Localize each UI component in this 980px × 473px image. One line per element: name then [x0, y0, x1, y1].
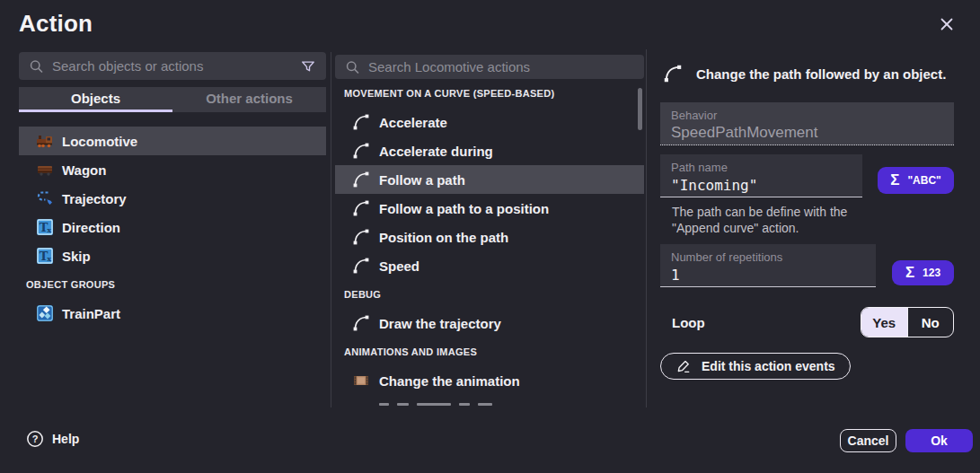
action-item-draw-the-trajectory[interactable]: Draw the trajectory — [335, 309, 644, 337]
list-item-skip[interactable]: Tx Skip — [19, 241, 326, 270]
action-item-follow-a-path[interactable]: Follow a path — [335, 165, 644, 194]
curve-icon — [352, 199, 370, 217]
path-name-input[interactable] — [671, 177, 852, 194]
page-title: Action — [19, 10, 93, 38]
action-item-label: Change the animation — [379, 373, 520, 389]
text-object-icon: Tx — [36, 247, 54, 265]
behavior-label: Behavior — [671, 109, 943, 122]
action-item-change-the-animation[interactable]: Change the animation — [335, 366, 644, 395]
list-item-locomotive[interactable]: Locomotive — [19, 127, 326, 155]
clipped-list-item — [379, 395, 644, 408]
panel-divider — [331, 52, 331, 407]
search-icon — [345, 58, 360, 76]
section-header: ANIMATIONS AND IMAGES — [335, 337, 644, 366]
search-icon — [29, 57, 44, 75]
section-header: DEBUG — [335, 280, 644, 309]
ok-button[interactable]: Ok — [905, 429, 973, 452]
cancel-button[interactable]: Cancel — [840, 429, 896, 452]
action-config-panel: Change the path followed by an object. B… — [660, 49, 954, 380]
scrollbar-thumb[interactable] — [638, 88, 642, 130]
curve-icon — [352, 314, 370, 332]
repetitions-field[interactable]: Number of repetitions — [660, 244, 876, 287]
loop-label: Loop — [672, 315, 705, 330]
svg-text:?: ? — [32, 434, 39, 444]
loop-yes-option[interactable]: Yes — [861, 308, 907, 337]
repetitions-label: Number of repetitions — [671, 250, 865, 264]
curve-icon — [663, 64, 683, 83]
help-label: Help — [52, 432, 79, 446]
actions-search-input[interactable] — [368, 59, 634, 74]
action-dialog: Action Objects Other actions Loco — [0, 0, 980, 473]
actions-panel: MOVEMENT ON A CURVE (SPEED-BASED) Accele… — [335, 55, 644, 408]
list-item-label: TrainPart — [62, 306, 120, 321]
behavior-field: Behavior SpeedPathMovement — [660, 102, 954, 145]
curve-icon — [352, 257, 370, 275]
object-group-icon — [36, 304, 54, 322]
curve-icon — [352, 113, 370, 131]
list-item-label: Locomotive — [62, 134, 137, 149]
edit-action-events-button[interactable]: Edit this action events — [660, 353, 851, 380]
text-object-icon: Tx — [36, 218, 54, 236]
list-item-trajectory[interactable]: Trajectory — [19, 184, 326, 213]
action-item-label: Position on the path — [379, 230, 508, 245]
repetitions-input[interactable] — [671, 267, 865, 284]
action-item-label: Speed — [379, 258, 419, 274]
object-groups-header: OBJECT GROUPS — [19, 270, 326, 299]
curve-icon — [352, 228, 370, 246]
list-item-trainpart[interactable]: TrainPart — [19, 299, 326, 328]
locomotive-icon — [36, 132, 54, 150]
list-item-label: Trajectory — [62, 191, 127, 206]
objects-search — [19, 52, 326, 80]
svg-text:x: x — [47, 225, 51, 234]
loop-no-option[interactable]: No — [907, 308, 954, 337]
string-expression-button[interactable]: Σ "ABC" — [878, 167, 954, 194]
action-item-label: Follow a path to a position — [379, 201, 549, 216]
number-expression-button[interactable]: Σ 123 — [892, 260, 954, 285]
action-item-label: Accelerate — [379, 115, 447, 130]
film-icon — [352, 372, 370, 390]
sigma-icon: Σ — [890, 171, 899, 189]
curve-icon — [352, 171, 370, 188]
action-description-row: Change the path followed by an object. — [660, 61, 954, 86]
pencil-icon — [675, 358, 692, 374]
tab-other-actions[interactable]: Other actions — [172, 87, 326, 112]
number-expression-label: 123 — [923, 267, 940, 279]
tab-objects[interactable]: Objects — [19, 87, 172, 112]
action-item-label: Accelerate during — [379, 144, 493, 159]
action-item-label: Draw the trajectory — [379, 316, 501, 331]
svg-text:x: x — [47, 254, 51, 263]
panel-divider — [646, 49, 647, 407]
action-item-label: Follow a path — [379, 172, 465, 188]
loop-toggle: Yes No — [861, 307, 954, 337]
action-item-speed[interactable]: Speed — [335, 251, 644, 280]
filter-icon[interactable] — [300, 57, 316, 75]
list-item-direction[interactable]: Tx Direction — [19, 213, 326, 241]
tabs: Objects Other actions — [19, 87, 326, 112]
list-item-label: Skip — [62, 249, 91, 264]
action-item-follow-a-path-to-a-position[interactable]: Follow a path to a position — [335, 194, 644, 223]
help-icon: ? — [26, 430, 44, 448]
path-name-label: Path name — [671, 161, 852, 174]
string-expression-label: "ABC" — [907, 174, 940, 187]
objects-list: Locomotive Wagon Trajectory Tx Direction — [19, 127, 326, 328]
repetitions-row: Number of repetitions Σ 123 — [660, 244, 954, 287]
close-icon — [938, 15, 956, 33]
objects-panel: Objects Other actions Locomotive Wagon — [19, 52, 326, 328]
action-description: Change the path followed by an object. — [696, 66, 946, 82]
list-item-label: Direction — [62, 220, 120, 235]
action-item-accelerate-during[interactable]: Accelerate during — [335, 136, 644, 165]
path-help-text: The path can be define with the "Append … — [660, 204, 856, 236]
section-header: MOVEMENT ON A CURVE (SPEED-BASED) — [335, 79, 644, 108]
action-item-accelerate[interactable]: Accelerate — [335, 108, 644, 136]
action-item-position-on-the-path[interactable]: Position on the path — [335, 223, 644, 251]
close-button[interactable] — [934, 12, 959, 37]
loop-row: Loop Yes No — [660, 306, 954, 338]
path-name-row: Path name Σ "ABC" — [660, 154, 954, 197]
curve-icon — [352, 142, 370, 160]
edit-action-events-label: Edit this action events — [702, 359, 835, 373]
objects-search-input[interactable] — [52, 58, 292, 74]
help-link[interactable]: ? Help — [26, 430, 79, 448]
trajectory-icon — [36, 189, 54, 207]
list-item-wagon[interactable]: Wagon — [19, 155, 326, 184]
path-name-field[interactable]: Path name — [660, 154, 862, 197]
